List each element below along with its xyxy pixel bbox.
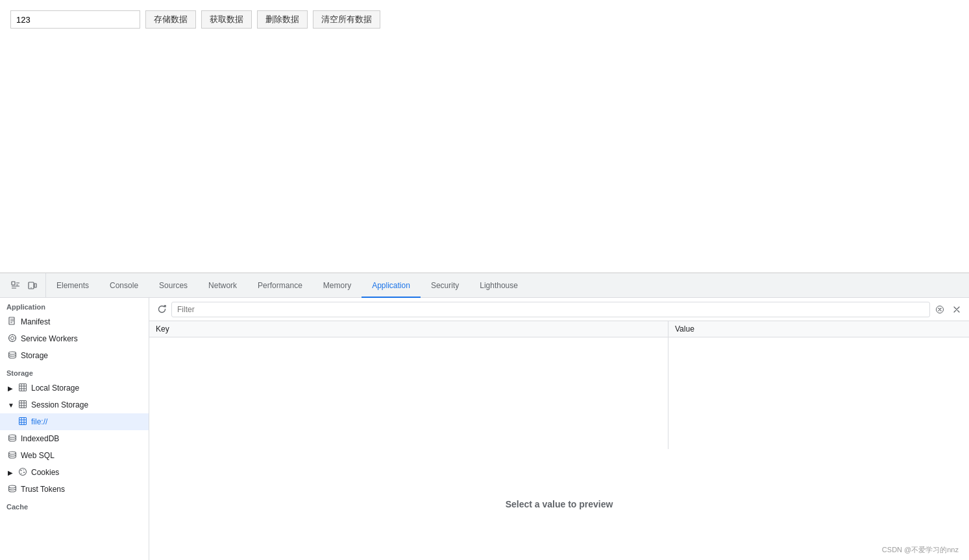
tab-application[interactable]: Application (362, 274, 421, 298)
trust-tokens-label: Trust Tokens (21, 485, 65, 494)
value-header: Value (668, 321, 969, 337)
tab-memory[interactable]: Memory (313, 274, 362, 298)
svg-rect-0 (12, 282, 15, 285)
file-label: file:// (31, 417, 47, 426)
sidebar-local-storage[interactable]: ▶ Local Storage (0, 380, 149, 396)
service-workers-icon (8, 334, 17, 345)
device-toolbar-btn[interactable] (25, 278, 40, 293)
cookies-icon (18, 467, 27, 478)
tab-network[interactable]: Network (198, 274, 247, 298)
sidebar-application-header: Application (0, 298, 149, 313)
svg-rect-17 (19, 417, 27, 424)
manifest-label: Manifest (21, 317, 50, 326)
watermark: CSDN @不爱学习的nnz (882, 545, 959, 555)
svg-point-27 (23, 472, 25, 473)
filter-close-btn[interactable] (950, 302, 964, 317)
devtools-tabs: Elements Console Sources Network Perform… (46, 273, 969, 297)
preview-text: Select a value to preview (506, 499, 613, 509)
local-storage-label: Local Storage (31, 383, 79, 393)
devtools-sidebar: Application Manifest (0, 298, 149, 560)
store-data-btn[interactable]: 存储数据 (145, 10, 196, 29)
sidebar-cache-header: Cache (0, 498, 149, 513)
storage-table: Key Value Select a value to preview (149, 321, 969, 560)
svg-point-25 (21, 470, 22, 471)
delete-data-btn[interactable]: 删除数据 (257, 10, 308, 29)
local-storage-chevron: ▶ (8, 385, 14, 392)
sidebar-manifest[interactable]: Manifest (0, 313, 149, 330)
devtools-main: Key Value Select a value to preview (149, 298, 969, 560)
session-storage-chevron: ▼ (8, 402, 14, 409)
web-sql-icon (8, 451, 17, 461)
value-column (668, 337, 969, 449)
webpage-controls: 存储数据 获取数据 删除数据 清空所有数据 (10, 10, 959, 29)
svg-point-26 (23, 469, 23, 470)
filter-clear-btn[interactable] (933, 302, 947, 317)
cookies-chevron: ▶ (8, 469, 14, 476)
sidebar-storage-header: Storage (0, 364, 149, 380)
devtools-panel: Elements Console Sources Network Perform… (0, 273, 969, 560)
inspect-element-btn[interactable] (8, 278, 23, 293)
webpage-area: 存储数据 获取数据 删除数据 清空所有数据 (0, 0, 969, 273)
devtools-body: Application Manifest (0, 298, 969, 560)
tab-security[interactable]: Security (421, 274, 469, 298)
svg-rect-7 (19, 383, 27, 391)
svg-point-28 (21, 472, 21, 473)
storage-icon (8, 351, 17, 361)
filter-refresh-btn[interactable] (154, 302, 169, 317)
service-workers-label: Service Workers (21, 334, 78, 343)
clear-all-btn[interactable]: 清空所有数据 (313, 10, 380, 29)
svg-rect-12 (19, 400, 27, 408)
sidebar-file[interactable]: file:// (0, 413, 149, 430)
tab-sources[interactable]: Sources (149, 274, 198, 298)
svg-point-29 (9, 485, 16, 488)
filter-input[interactable] (171, 302, 930, 317)
svg-point-6 (9, 352, 16, 354)
filter-bar (149, 298, 969, 321)
sidebar-cookies[interactable]: ▶ Cookies (0, 464, 149, 481)
sidebar-session-storage[interactable]: ▼ Session Storage (0, 396, 149, 413)
session-storage-icon (18, 400, 27, 410)
trust-tokens-icon (8, 485, 17, 494)
cookies-label: Cookies (31, 468, 59, 477)
devtools-icon-group (3, 273, 46, 297)
tab-lighthouse[interactable]: Lighthouse (469, 274, 528, 298)
sidebar-trust-tokens[interactable]: Trust Tokens (0, 481, 149, 498)
tab-console[interactable]: Console (99, 274, 149, 298)
session-storage-label: Session Storage (31, 400, 88, 409)
svg-point-23 (9, 452, 16, 454)
svg-point-3 (31, 287, 31, 287)
sidebar-storage[interactable]: Storage (0, 347, 149, 364)
sidebar-web-sql[interactable]: Web SQL (0, 447, 149, 464)
svg-point-24 (19, 468, 27, 475)
get-data-btn[interactable]: 获取数据 (201, 10, 252, 29)
devtools-topbar: Elements Console Sources Network Perform… (0, 273, 969, 298)
indexeddb-label: IndexedDB (21, 434, 59, 443)
indexeddb-icon (8, 434, 17, 444)
svg-point-22 (9, 435, 16, 437)
tab-elements[interactable]: Elements (46, 274, 99, 298)
table-header: Key Value (149, 321, 969, 337)
svg-point-5 (9, 334, 16, 341)
storage-label: Storage (21, 351, 48, 360)
file-storage-icon (18, 417, 27, 427)
table-body (149, 337, 969, 449)
local-storage-icon (18, 383, 27, 393)
key-column (149, 337, 668, 449)
data-input[interactable] (10, 10, 140, 29)
sidebar-indexeddb[interactable]: IndexedDB (0, 430, 149, 447)
key-header: Key (149, 321, 668, 337)
web-sql-label: Web SQL (21, 451, 55, 460)
preview-area: Select a value to preview (149, 449, 969, 561)
sidebar-service-workers[interactable]: Service Workers (0, 330, 149, 347)
svg-rect-2 (34, 284, 36, 287)
manifest-icon (8, 317, 17, 328)
tab-performance[interactable]: Performance (247, 274, 313, 298)
